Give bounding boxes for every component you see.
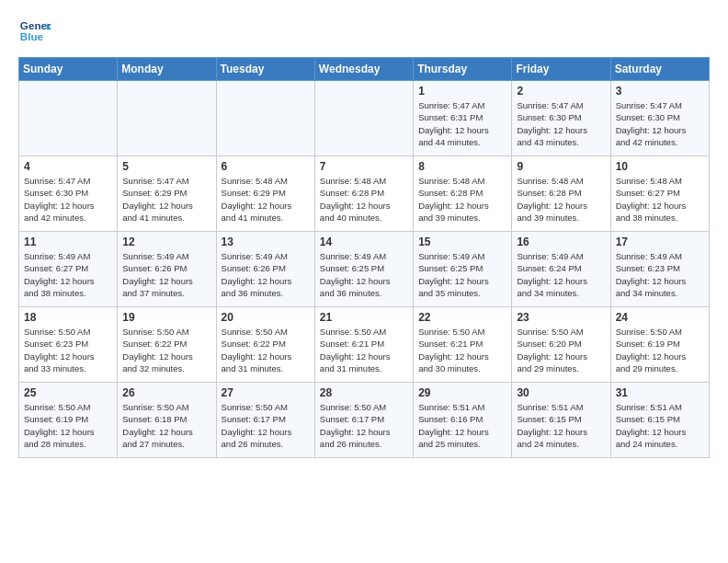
day-cell: 14Sunrise: 5:49 AM Sunset: 6:25 PM Dayli… — [314, 232, 413, 307]
day-number: 16 — [517, 236, 605, 248]
day-info: Sunrise: 5:50 AM Sunset: 6:20 PM Dayligh… — [517, 326, 605, 374]
day-number: 25 — [24, 386, 112, 399]
day-number: 15 — [418, 236, 506, 248]
day-info: Sunrise: 5:48 AM Sunset: 6:28 PM Dayligh… — [517, 175, 605, 224]
day-cell: 4Sunrise: 5:47 AM Sunset: 6:30 PM Daylig… — [19, 156, 118, 232]
header-row: SundayMondayTuesdayWednesdayThursdayFrid… — [19, 58, 710, 81]
day-number: 1 — [418, 85, 506, 98]
day-number: 28 — [320, 386, 408, 399]
day-number: 30 — [517, 386, 605, 399]
day-info: Sunrise: 5:49 AM Sunset: 6:27 PM Dayligh… — [24, 250, 112, 299]
day-cell: 10Sunrise: 5:48 AM Sunset: 6:27 PM Dayli… — [610, 156, 709, 232]
day-info: Sunrise: 5:51 AM Sunset: 6:16 PM Dayligh… — [418, 401, 506, 450]
header: General Blue — [18, 15, 710, 48]
day-info: Sunrise: 5:50 AM Sunset: 6:21 PM Dayligh… — [418, 326, 506, 374]
day-info: Sunrise: 5:49 AM Sunset: 6:26 PM Dayligh… — [222, 250, 310, 299]
day-number: 23 — [517, 311, 605, 324]
page: General Blue SundayMondayTuesdayWednesda… — [0, 0, 728, 563]
day-cell: 15Sunrise: 5:49 AM Sunset: 6:25 PM Dayli… — [414, 232, 512, 307]
day-cell: 19Sunrise: 5:50 AM Sunset: 6:22 PM Dayli… — [118, 307, 216, 383]
day-number: 5 — [122, 160, 210, 173]
day-info: Sunrise: 5:49 AM Sunset: 6:24 PM Dayligh… — [517, 250, 605, 299]
day-cell: 26Sunrise: 5:50 AM Sunset: 6:18 PM Dayli… — [118, 383, 216, 458]
day-info: Sunrise: 5:49 AM Sunset: 6:23 PM Dayligh… — [616, 250, 704, 299]
week-row-2: 4Sunrise: 5:47 AM Sunset: 6:30 PM Daylig… — [19, 156, 710, 232]
day-cell: 17Sunrise: 5:49 AM Sunset: 6:23 PM Dayli… — [610, 232, 709, 307]
day-info: Sunrise: 5:50 AM Sunset: 6:21 PM Dayligh… — [320, 326, 408, 374]
day-cell: 21Sunrise: 5:50 AM Sunset: 6:21 PM Dayli… — [314, 307, 413, 383]
day-info: Sunrise: 5:50 AM Sunset: 6:17 PM Dayligh… — [320, 401, 408, 450]
day-number: 4 — [24, 160, 112, 173]
day-number: 24 — [616, 311, 704, 324]
calendar-header: SundayMondayTuesdayWednesdayThursdayFrid… — [19, 58, 710, 81]
day-cell: 16Sunrise: 5:49 AM Sunset: 6:24 PM Dayli… — [512, 232, 610, 307]
day-cell — [19, 81, 118, 156]
day-info: Sunrise: 5:50 AM Sunset: 6:19 PM Dayligh… — [24, 401, 112, 450]
day-info: Sunrise: 5:48 AM Sunset: 6:28 PM Dayligh… — [320, 175, 408, 224]
day-info: Sunrise: 5:47 AM Sunset: 6:30 PM Dayligh… — [24, 175, 112, 224]
day-cell: 12Sunrise: 5:49 AM Sunset: 6:26 PM Dayli… — [118, 232, 216, 307]
day-cell: 25Sunrise: 5:50 AM Sunset: 6:19 PM Dayli… — [19, 383, 118, 458]
day-info: Sunrise: 5:48 AM Sunset: 6:28 PM Dayligh… — [418, 175, 506, 224]
day-number: 19 — [122, 311, 210, 324]
day-info: Sunrise: 5:49 AM Sunset: 6:26 PM Dayligh… — [122, 250, 210, 299]
day-cell: 1Sunrise: 5:47 AM Sunset: 6:31 PM Daylig… — [414, 81, 512, 156]
day-number: 12 — [122, 236, 210, 248]
day-cell: 3Sunrise: 5:47 AM Sunset: 6:30 PM Daylig… — [610, 81, 709, 156]
week-row-1: 1Sunrise: 5:47 AM Sunset: 6:31 PM Daylig… — [19, 81, 710, 156]
day-cell — [216, 81, 314, 156]
header-cell-thursday: Thursday — [414, 58, 512, 81]
day-info: Sunrise: 5:49 AM Sunset: 6:25 PM Dayligh… — [320, 250, 408, 299]
day-number: 10 — [616, 160, 704, 173]
day-cell — [314, 81, 413, 156]
calendar-table: SundayMondayTuesdayWednesdayThursdayFrid… — [18, 57, 710, 458]
header-cell-tuesday: Tuesday — [216, 58, 314, 81]
day-cell: 5Sunrise: 5:47 AM Sunset: 6:29 PM Daylig… — [118, 156, 216, 232]
day-number: 31 — [616, 386, 704, 399]
day-cell: 18Sunrise: 5:50 AM Sunset: 6:23 PM Dayli… — [19, 307, 118, 383]
day-cell: 9Sunrise: 5:48 AM Sunset: 6:28 PM Daylig… — [512, 156, 610, 232]
day-cell — [118, 81, 216, 156]
day-cell: 20Sunrise: 5:50 AM Sunset: 6:22 PM Dayli… — [216, 307, 314, 383]
day-cell: 24Sunrise: 5:50 AM Sunset: 6:19 PM Dayli… — [610, 307, 709, 383]
svg-text:Blue: Blue — [20, 30, 44, 42]
day-info: Sunrise: 5:50 AM Sunset: 6:17 PM Dayligh… — [222, 401, 310, 450]
header-cell-wednesday: Wednesday — [314, 58, 413, 81]
week-row-4: 18Sunrise: 5:50 AM Sunset: 6:23 PM Dayli… — [19, 307, 710, 383]
week-row-3: 11Sunrise: 5:49 AM Sunset: 6:27 PM Dayli… — [19, 232, 710, 307]
logo: General Blue — [18, 15, 51, 48]
day-cell: 23Sunrise: 5:50 AM Sunset: 6:20 PM Dayli… — [512, 307, 610, 383]
day-number: 29 — [418, 386, 506, 399]
day-number: 21 — [320, 311, 408, 324]
day-info: Sunrise: 5:51 AM Sunset: 6:15 PM Dayligh… — [517, 401, 605, 450]
day-cell: 27Sunrise: 5:50 AM Sunset: 6:17 PM Dayli… — [216, 383, 314, 458]
day-number: 20 — [222, 311, 310, 324]
day-number: 17 — [616, 236, 704, 248]
day-number: 7 — [320, 160, 408, 173]
day-number: 11 — [24, 236, 112, 248]
day-info: Sunrise: 5:50 AM Sunset: 6:18 PM Dayligh… — [122, 401, 210, 450]
day-cell: 7Sunrise: 5:48 AM Sunset: 6:28 PM Daylig… — [314, 156, 413, 232]
day-cell: 30Sunrise: 5:51 AM Sunset: 6:15 PM Dayli… — [512, 383, 610, 458]
day-info: Sunrise: 5:51 AM Sunset: 6:15 PM Dayligh… — [616, 401, 704, 450]
day-number: 6 — [222, 160, 310, 173]
day-info: Sunrise: 5:48 AM Sunset: 6:29 PM Dayligh… — [222, 175, 310, 224]
day-cell: 29Sunrise: 5:51 AM Sunset: 6:16 PM Dayli… — [414, 383, 512, 458]
day-cell: 22Sunrise: 5:50 AM Sunset: 6:21 PM Dayli… — [414, 307, 512, 383]
day-number: 27 — [222, 386, 310, 399]
day-info: Sunrise: 5:50 AM Sunset: 6:23 PM Dayligh… — [24, 326, 112, 374]
day-cell: 2Sunrise: 5:47 AM Sunset: 6:30 PM Daylig… — [512, 81, 610, 156]
day-cell: 6Sunrise: 5:48 AM Sunset: 6:29 PM Daylig… — [216, 156, 314, 232]
logo-icon: General Blue — [18, 15, 51, 48]
day-number: 22 — [418, 311, 506, 324]
day-info: Sunrise: 5:48 AM Sunset: 6:27 PM Dayligh… — [616, 175, 704, 224]
day-info: Sunrise: 5:50 AM Sunset: 6:19 PM Dayligh… — [616, 326, 704, 374]
day-number: 3 — [616, 85, 704, 98]
week-row-5: 25Sunrise: 5:50 AM Sunset: 6:19 PM Dayli… — [19, 383, 710, 458]
day-number: 2 — [517, 85, 605, 98]
day-number: 8 — [418, 160, 506, 173]
day-cell: 28Sunrise: 5:50 AM Sunset: 6:17 PM Dayli… — [314, 383, 413, 458]
day-cell: 31Sunrise: 5:51 AM Sunset: 6:15 PM Dayli… — [610, 383, 709, 458]
day-number: 18 — [24, 311, 112, 324]
header-cell-sunday: Sunday — [19, 58, 118, 81]
